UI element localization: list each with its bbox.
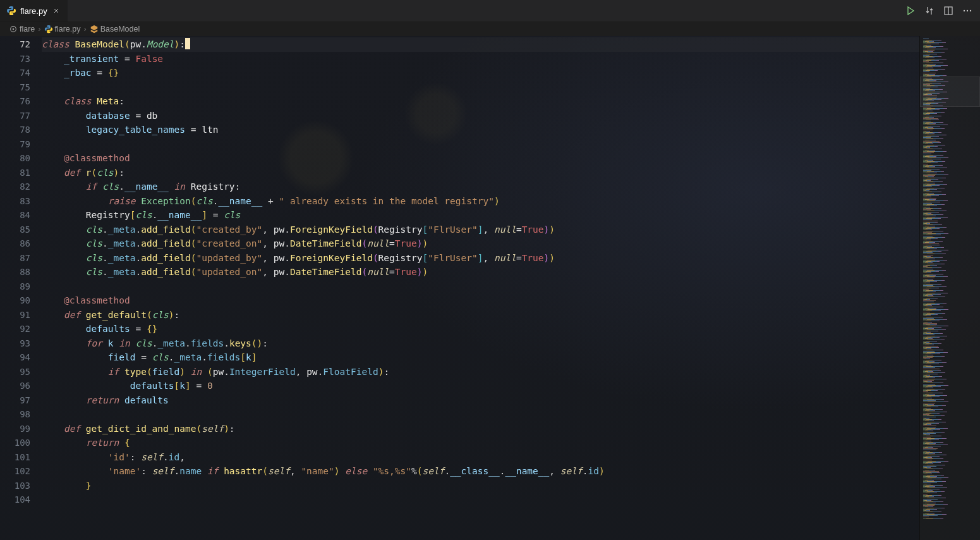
code-line[interactable]: [42, 407, 919, 422]
code-area[interactable]: class BaseModel(pw.Model): _transient = …: [42, 36, 919, 540]
editor-actions: [898, 0, 980, 21]
code-line[interactable]: cls._meta.add_field("updated_by", pw.For…: [42, 251, 919, 266]
line-number: 88: [0, 265, 30, 279]
line-number: 74: [0, 66, 30, 80]
code-line[interactable]: 'id': self.id,: [42, 450, 919, 465]
breadcrumb-root[interactable]: flare: [20, 25, 35, 34]
tab-filename: flare.py: [20, 6, 47, 16]
line-number: 78: [0, 123, 30, 137]
svg-point-0: [9, 7, 10, 8]
line-number: 90: [0, 293, 30, 308]
line-number: 77: [0, 109, 30, 123]
line-number: 76: [0, 94, 30, 109]
code-line[interactable]: def get_default(cls):: [42, 308, 919, 322]
compare-changes-icon[interactable]: [924, 6, 935, 16]
line-number: 73: [0, 52, 30, 66]
line-number: 87: [0, 251, 30, 266]
code-line[interactable]: legacy_table_names = ltn: [42, 123, 919, 137]
line-number: 97: [0, 393, 30, 408]
line-number: 104: [0, 493, 30, 507]
line-number: 98: [0, 407, 30, 422]
code-line[interactable]: cls._meta.add_field("created_on", pw.Dat…: [42, 236, 919, 251]
line-number: 86: [0, 236, 30, 251]
code-line[interactable]: @classmethod: [42, 151, 919, 166]
svg-point-8: [13, 28, 15, 30]
code-line[interactable]: defaults[k] = 0: [42, 379, 919, 393]
line-number: 103: [0, 479, 30, 493]
close-tab-button[interactable]: [51, 6, 61, 16]
code-line[interactable]: 'name': self.name if hasattr(self, "name…: [42, 464, 919, 479]
code-line[interactable]: class Meta:: [42, 94, 919, 109]
code-line[interactable]: if type(field) in (pw.IntegerField, pw.F…: [42, 365, 919, 379]
line-number: 93: [0, 336, 30, 351]
python-file-icon: [44, 25, 53, 34]
breadcrumb-sep-icon: ›: [84, 25, 87, 34]
breadcrumb-symbol[interactable]: BaseModel: [100, 25, 140, 34]
line-number: 100: [0, 436, 30, 450]
code-line[interactable]: raise Exception(cls.__name__ + " already…: [42, 194, 919, 209]
code-line[interactable]: [42, 80, 919, 95]
line-number: 95: [0, 365, 30, 379]
editor: 7273747576777879808182838485868788899091…: [0, 36, 980, 540]
editor-tab[interactable]: flare.py: [0, 0, 68, 21]
code-line[interactable]: for k in cls._meta.fields.keys():: [42, 336, 919, 351]
svg-point-6: [970, 10, 971, 11]
line-number: 83: [0, 194, 30, 209]
tab-bar: flare.py: [0, 0, 980, 22]
minimap-viewport[interactable]: [920, 77, 980, 107]
code-line[interactable]: cls._meta.add_field("updated_on", pw.Dat…: [42, 265, 919, 279]
code-line[interactable]: [42, 137, 919, 152]
code-line[interactable]: _transient = False: [42, 52, 919, 66]
line-number: 85: [0, 223, 30, 237]
code-line[interactable]: }: [42, 479, 919, 493]
line-number: 92: [0, 322, 30, 336]
line-number: 94: [0, 350, 30, 365]
breadcrumb-file[interactable]: flare.py: [55, 25, 81, 34]
line-number: 79: [0, 137, 30, 152]
code-line[interactable]: return defaults: [42, 393, 919, 408]
more-actions-icon[interactable]: [962, 6, 972, 16]
code-line[interactable]: class BaseModel(pw.Model):: [42, 37, 919, 52]
code-line[interactable]: _rbac = {}: [42, 66, 919, 80]
line-number-gutter[interactable]: 7273747576777879808182838485868788899091…: [0, 36, 42, 540]
line-number: 91: [0, 308, 30, 322]
code-line[interactable]: def get_dict_id_and_name(self):: [42, 422, 919, 436]
svg-point-1: [13, 14, 13, 15]
python-file-icon: [6, 6, 16, 16]
svg-point-5: [967, 10, 968, 11]
code-line[interactable]: [42, 493, 919, 507]
line-number: 96: [0, 379, 30, 393]
line-number: 89: [0, 279, 30, 294]
line-number: 99: [0, 422, 30, 436]
line-number: 81: [0, 166, 30, 180]
line-number: 101: [0, 450, 30, 465]
target-icon: [9, 25, 18, 34]
line-number: 102: [0, 464, 30, 479]
svg-point-4: [964, 10, 965, 11]
split-editor-icon[interactable]: [943, 6, 953, 16]
code-line[interactable]: Registry[cls.__name__] = cls: [42, 208, 919, 223]
code-line[interactable]: cls._meta.add_field("created_by", pw.For…: [42, 223, 919, 237]
line-number: 84: [0, 208, 30, 223]
code-line[interactable]: return {: [42, 436, 919, 450]
class-symbol-icon: [90, 25, 99, 34]
code-line[interactable]: if cls.__name__ in Registry:: [42, 180, 919, 194]
code-line[interactable]: database = db: [42, 109, 919, 123]
code-line[interactable]: @classmethod: [42, 293, 919, 308]
code-line[interactable]: field = cls._meta.fields[k]: [42, 350, 919, 365]
minimap[interactable]: [919, 36, 980, 540]
line-number: 82: [0, 180, 30, 194]
minimap-content: [920, 36, 980, 522]
line-number: 75: [0, 80, 30, 95]
breadcrumb: flare › flare.py › BaseModel: [0, 22, 980, 36]
code-line[interactable]: defaults = {}: [42, 322, 919, 336]
line-number: 72: [0, 37, 30, 52]
run-icon[interactable]: [905, 6, 916, 16]
code-line[interactable]: def r(cls):: [42, 166, 919, 180]
breadcrumb-sep-icon: ›: [38, 25, 40, 34]
code-line[interactable]: [42, 279, 919, 294]
line-number: 80: [0, 151, 30, 166]
